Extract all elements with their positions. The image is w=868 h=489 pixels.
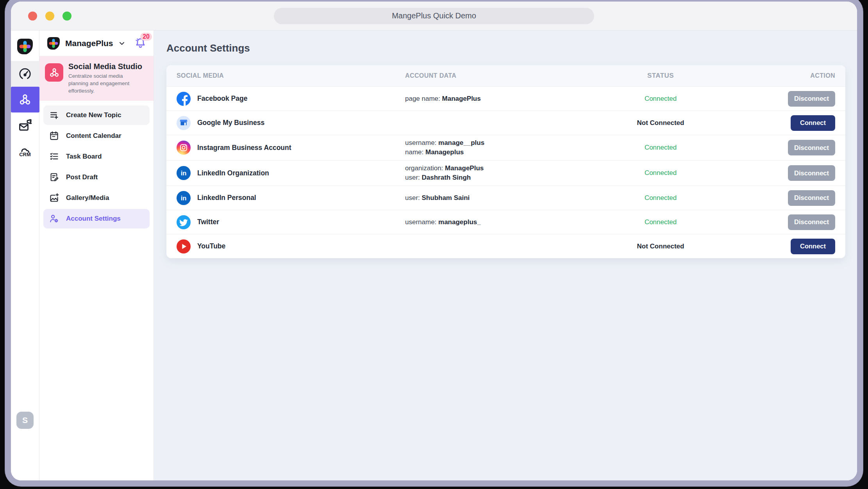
page-title: Account Settings [166,42,845,54]
account-data-line: user: Shubham Saini [405,194,569,202]
account-data-line: page name: ManagePlus [405,95,569,103]
table-row: in LinkedIn Personal user: Shubham Saini… [166,186,845,210]
table-row: Instagram Business Account username: man… [166,135,845,160]
account-data-line: username: manage__plus [405,139,569,147]
account-data-line: username: manageplus_ [405,218,569,226]
menu-item-label: Post Draft [66,173,98,181]
sidebar-item-create-new-topic[interactable]: Create New Topic [43,105,150,125]
youtube-icon [177,239,191,253]
crm-cloud-icon: CRM [18,144,32,158]
account-data: user: Shubham Saini [405,194,569,202]
table-row: YouTube Not Connected Connect [166,234,845,258]
table-row: Facebook Page page name: ManagePlus Conn… [166,86,845,111]
sidebar-item-content-calendar[interactable]: Content Calendar [43,126,150,146]
disconnect-button[interactable]: Disconnect [788,140,835,155]
notifications-button[interactable]: 20 [134,37,146,49]
sidebar-item-post-draft[interactable]: Post Draft [43,168,150,187]
sidebar-menu: Create New Topic Content Calendar Task B… [39,101,154,233]
svg-text:CRM: CRM [19,152,30,157]
social-studio-icon [45,63,63,82]
network-icon [18,93,32,107]
platform-name: Facebook Page [197,95,247,103]
platform-name: Twitter [197,218,219,226]
linkedin-icon: in [177,166,191,180]
gauge-icon [18,67,32,81]
status-label: Not Connected [637,243,684,250]
rail-item-social-media-studio[interactable] [11,87,39,112]
col-status: STATUS [569,72,752,80]
app-body: CRM S ManagePlus 20 Social Media [11,30,857,480]
account-data: page name: ManagePlus [405,95,569,103]
connect-button[interactable]: Connect [791,239,835,254]
notification-badge: 20 [140,33,152,41]
account-data-line: name: Manageplus [405,148,569,156]
connect-button[interactable]: Connect [791,115,835,131]
main-content: Account Settings SOCIAL MEDIA ACCOUNT DA… [154,30,857,480]
svg-text:in: in [181,195,187,202]
status-label: Connected [645,169,677,177]
platform-name: LinkedIn Organization [197,169,269,177]
disconnect-button[interactable]: Disconnect [788,91,835,107]
google-business-icon [177,116,191,130]
rail-item-dashboard[interactable] [11,61,39,87]
campaign-icon [18,118,32,132]
window-titlebar: MangePlus Quick Demo [11,2,857,30]
zoom-button[interactable] [63,11,71,20]
platform-name: Instagram Business Account [197,144,291,152]
workspace-logo-icon [46,36,61,51]
menu-item-label: Gallery/Media [66,194,109,202]
disconnect-button[interactable]: Disconnect [788,214,835,230]
workspace-header: ManagePlus 20 [39,30,154,56]
menu-item-label: Account Settings [66,215,121,223]
sidebar-item-account-settings[interactable]: Account Settings [43,209,150,228]
manageplus-logo-icon[interactable] [15,37,35,56]
twitter-icon [177,215,191,229]
col-account-data: ACCOUNT DATA [405,72,569,79]
sidebar-item-task-board[interactable]: Task Board [43,147,150,166]
svg-text:in: in [181,170,187,177]
table-row: in LinkedIn Organization organization: M… [166,160,845,186]
sidebar-item-gallery-media[interactable]: Gallery/Media [43,188,150,208]
status-label: Connected [645,95,677,102]
minimize-button[interactable] [45,11,54,20]
facebook-icon [177,92,191,106]
account-data-line: organization: ManagePlus [405,164,569,172]
checklist-icon [49,151,59,162]
account-data-line: user: Dashrath Singh [405,174,569,182]
disconnect-button[interactable]: Disconnect [788,165,835,181]
sidebar: ManagePlus 20 Social Media Studio Centra… [39,30,154,480]
workspace-name[interactable]: ManagePlus [65,39,113,48]
linkedin-icon: in [177,191,191,205]
studio-header-card[interactable]: Social Media Studio Centralize social me… [39,56,154,101]
account-data: username: manage__plusname: Manageplus [405,139,569,156]
rail-item-crm[interactable]: CRM [11,138,39,164]
account-data: organization: ManagePlususer: Dashrath S… [405,164,569,182]
status-label: Connected [645,144,677,151]
platform-name: LinkedIn Personal [197,194,256,202]
table-row: Google My Business Not Connected Connect [166,111,845,135]
instagram-icon [177,141,191,155]
platform-name: YouTube [197,242,225,250]
menu-item-label: Content Calendar [66,132,121,140]
icon-rail: CRM S [11,30,39,480]
menu-item-label: Create New Topic [66,111,121,119]
chevron-down-icon[interactable] [118,39,126,47]
rail-item-email-marketing[interactable] [11,112,39,138]
table-header: SOCIAL MEDIA ACCOUNT DATA STATUS ACTION [166,65,845,86]
studio-title: Social Media Studio [68,62,143,71]
col-social-media: SOCIAL MEDIA [177,72,405,79]
traffic-lights [28,11,71,20]
status-label: Connected [645,218,677,226]
col-action: ACTION [752,72,835,79]
disconnect-button[interactable]: Disconnect [788,190,835,206]
user-gear-icon [49,213,59,224]
user-avatar[interactable]: S [16,412,34,429]
account-data: username: manageplus_ [405,218,569,226]
window-title: MangePlus Quick Demo [274,8,594,24]
menu-item-label: Task Board [66,153,102,161]
close-button[interactable] [28,11,37,20]
studio-subtitle: Centralize social media planning and eng… [68,73,143,95]
status-label: Not Connected [637,119,684,127]
accounts-table: SOCIAL MEDIA ACCOUNT DATA STATUS ACTION … [166,65,845,258]
image-add-icon [49,193,59,203]
